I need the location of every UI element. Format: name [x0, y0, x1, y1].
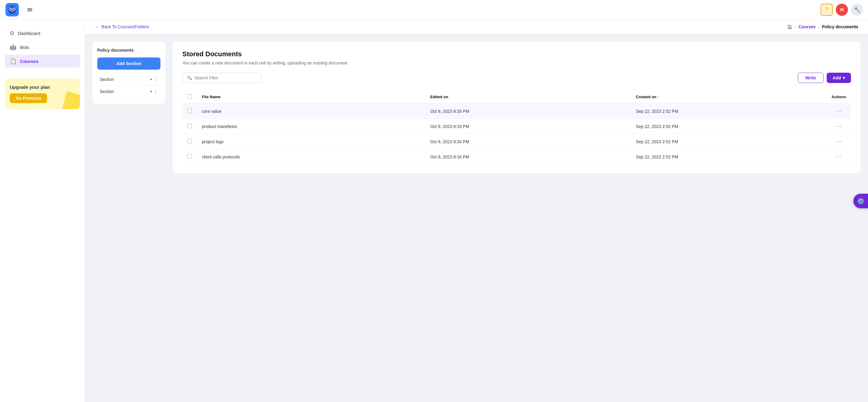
created-on-cell: Sep 22, 2023 2:52 PM: [631, 134, 827, 149]
created-on-cell: Sep 22, 2023 2:52 PM: [631, 149, 827, 165]
upgrade-box: Upgrade your plan Go Premium: [5, 79, 80, 109]
created-on-cell: Sep 22, 2023 2:52 PM: [631, 119, 827, 134]
breadcrumb-sep-2: ›: [818, 24, 820, 29]
table-row: product manefesto Oct 9, 2023 8:33 PM Se…: [182, 119, 851, 134]
sidebar-item-courses[interactable]: 📋 Courses: [5, 55, 80, 67]
row-checkbox-0[interactable]: [187, 108, 192, 113]
search-input[interactable]: [194, 76, 257, 80]
col-header-filename: File Name: [202, 94, 220, 99]
upgrade-title: Upgrade your plan: [10, 85, 75, 90]
section-1-label: Section: [100, 77, 114, 82]
main-layout: ⊙ Dashboard 🤖 Bots 📋 Courses Upgrade you…: [0, 20, 868, 402]
upgrade-decoration: [62, 91, 80, 109]
settings-gear-icon: ⚙️: [857, 197, 865, 205]
breadcrumb-current: Policy documents: [822, 24, 858, 29]
created-on-cell: Sep 22, 2023 2:52 PM: [631, 104, 827, 119]
section-1-more-icon[interactable]: ⋮: [153, 76, 158, 82]
inner-layout: Policy documents Add Section Section ▾ ⋮: [85, 34, 868, 180]
table-row: client calls protocols Oct 9, 2023 8:34 …: [182, 149, 851, 165]
main-content: ← Back To Courses/Folders 🏠 › Courses › …: [85, 20, 868, 402]
section-1-chevron-icon: ▾: [150, 77, 152, 82]
left-panel: Policy documents Add Section Section ▾ ⋮: [92, 42, 165, 104]
home-icon[interactable]: 🏠: [787, 24, 792, 29]
select-all-checkbox[interactable]: [187, 94, 192, 99]
courses-icon: 📋: [10, 58, 17, 64]
settings-icon-btn[interactable]: 🔧: [851, 4, 863, 16]
sidebar-item-bots[interactable]: 🤖 Bots: [5, 41, 80, 54]
row-checkbox-1[interactable]: [187, 123, 192, 128]
back-link[interactable]: ← Back To Courses/Folders: [95, 24, 149, 29]
section-2-chevron-icon: ▾: [150, 89, 152, 94]
col-header-edited: Edited on: [430, 94, 448, 99]
file-name-cell: project logs: [197, 134, 426, 149]
top-navigation: ? W 🔧: [0, 0, 868, 20]
edited-on-cell: Oct 9, 2023 8:35 PM: [426, 104, 631, 119]
actions-cell: ···: [827, 119, 851, 134]
action-buttons: Write Add ▾: [798, 73, 851, 83]
sidebar: ⊙ Dashboard 🤖 Bots 📋 Courses Upgrade you…: [0, 20, 85, 402]
edited-on-cell: Oct 9, 2023 8:34 PM: [426, 149, 631, 165]
actions-cell: ···: [827, 149, 851, 165]
breadcrumb-courses[interactable]: Courses: [798, 24, 815, 29]
go-premium-button[interactable]: Go Premium: [10, 93, 47, 103]
sidebar-item-label-courses: Courses: [20, 59, 38, 64]
section-item-2[interactable]: Section ▾ ⋮: [97, 85, 160, 97]
sidebar-item-dashboard[interactable]: ⊙ Dashboard: [5, 27, 80, 39]
row-checkbox-2[interactable]: [187, 139, 192, 144]
svg-point-6: [10, 8, 11, 9]
col-header-actions: Actions: [832, 94, 846, 99]
svg-point-7: [14, 8, 14, 9]
file-name-cell: product manefesto: [197, 119, 426, 134]
file-table: File Name Edited on Created on ↑: [182, 90, 851, 165]
svg-rect-15: [27, 11, 32, 11]
row-more-icon-3[interactable]: ···: [835, 153, 842, 160]
topnav-right-actions: ? W 🔧: [820, 4, 863, 16]
section-item-1[interactable]: Section ▾ ⋮: [97, 73, 160, 85]
back-navigation: ← Back To Courses/Folders 🏠 › Courses › …: [85, 20, 868, 34]
stored-documents-title: Stored Documents: [182, 50, 851, 58]
content-area: ← Back To Courses/Folders 🏠 › Courses › …: [85, 20, 868, 402]
section-2-more-icon[interactable]: ⋮: [153, 88, 158, 94]
row-more-icon-1[interactable]: ···: [835, 123, 842, 129]
back-link-label: Back To Courses/Folders: [101, 24, 149, 29]
logo: [5, 2, 20, 17]
add-section-button[interactable]: Add Section: [97, 57, 160, 69]
panel-title: Policy documents: [97, 48, 160, 53]
row-more-icon-2[interactable]: ···: [835, 138, 842, 144]
sidebar-item-label-bots: Bots: [20, 45, 29, 50]
stored-documents-description: You can create a new document in each un…: [182, 60, 851, 65]
table-row: project logs Oct 9, 2023 8:34 PM Sep 22,…: [182, 134, 851, 149]
svg-rect-13: [27, 8, 32, 9]
table-row: core value Oct 9, 2023 8:35 PM Sep 22, 2…: [182, 104, 851, 119]
edited-on-cell: Oct 9, 2023 8:34 PM: [426, 134, 631, 149]
col-header-created: Created on: [636, 94, 656, 99]
toolbar: 🔍 Write Add ▾: [182, 73, 851, 83]
svg-rect-14: [27, 9, 32, 10]
actions-cell: ···: [827, 104, 851, 119]
row-checkbox-3[interactable]: [187, 154, 192, 159]
edited-on-cell: Oct 9, 2023 8:33 PM: [426, 119, 631, 134]
sidebar-item-label-dashboard: Dashboard: [18, 31, 40, 36]
user-avatar[interactable]: W: [836, 4, 848, 16]
hamburger-menu[interactable]: [24, 4, 35, 15]
actions-cell: ···: [827, 134, 851, 149]
right-panel: Stored Documents You can create a new do…: [173, 42, 861, 173]
add-button[interactable]: Add ▾: [827, 73, 851, 83]
bots-icon: 🤖: [10, 44, 17, 51]
sort-icon[interactable]: ↑: [658, 95, 659, 99]
section-2-label: Section: [100, 89, 114, 94]
file-name-cell: core value: [197, 104, 426, 119]
breadcrumb: 🏠 › Courses › Policy documents: [787, 24, 858, 29]
write-button[interactable]: Write: [798, 73, 824, 83]
dashboard-icon: ⊙: [10, 30, 14, 36]
help-button[interactable]: ?: [820, 4, 833, 16]
add-button-chevron-icon: ▾: [843, 76, 845, 80]
add-button-label: Add: [833, 76, 841, 80]
row-more-icon-0[interactable]: ···: [835, 108, 842, 114]
search-box[interactable]: 🔍: [182, 73, 261, 83]
back-arrow-icon: ←: [95, 24, 99, 29]
file-name-cell: client calls protocols: [197, 149, 426, 165]
floating-settings-button[interactable]: ⚙️: [854, 194, 868, 208]
breadcrumb-sep-1: ›: [795, 24, 796, 29]
search-icon: 🔍: [187, 76, 192, 80]
